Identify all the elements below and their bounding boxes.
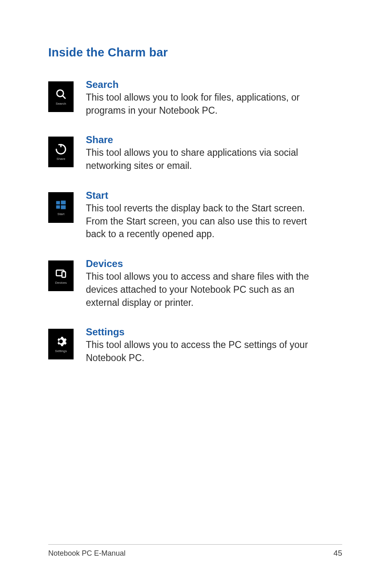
entry-desc: This tool allows you to look for files, …	[86, 91, 315, 117]
entry-desc: This tool allows you to access the PC se…	[86, 339, 315, 364]
entry-title: Search	[86, 79, 315, 90]
devices-icon: Devices	[48, 260, 74, 291]
share-icon: Share	[48, 137, 74, 167]
page-number: 45	[334, 549, 342, 558]
charm-entry-start: Start Start This tool reverts the displa…	[48, 190, 342, 241]
svg-rect-2	[56, 201, 60, 204]
svg-line-1	[63, 96, 65, 99]
entry-title: Share	[86, 134, 315, 146]
entry-desc: This tool allows you to access and share…	[86, 270, 315, 309]
icon-label: Search	[56, 102, 66, 105]
settings-icon: Settings	[48, 329, 74, 359]
footer-title: Notebook PC E-Manual	[48, 549, 126, 558]
svg-rect-5	[61, 205, 66, 209]
charm-entry-devices: Devices Devices This tool allows you to …	[48, 258, 342, 309]
svg-rect-3	[61, 200, 66, 204]
footer-rule	[48, 544, 342, 545]
search-icon: Search	[48, 81, 74, 112]
icon-label: Share	[56, 157, 65, 161]
entry-title: Start	[86, 190, 315, 201]
charm-entry-settings: Settings Settings This tool allows you t…	[48, 326, 342, 364]
charm-entry-search: Search Search This tool allows you to lo…	[48, 79, 342, 117]
entry-title: Devices	[86, 258, 315, 269]
entry-title: Settings	[86, 326, 315, 338]
svg-point-0	[57, 90, 63, 97]
charm-entry-share: Share Share This tool allows you to shar…	[48, 134, 342, 172]
start-icon: Start	[48, 192, 74, 223]
section-title: Inside the Charm bar	[48, 46, 342, 59]
entry-desc: This tool allows you to share applicatio…	[86, 146, 315, 172]
svg-rect-4	[56, 205, 60, 209]
page-footer: Notebook PC E-Manual 45	[48, 544, 342, 558]
document-page: Inside the Charm bar Search Search This …	[0, 0, 390, 588]
svg-point-8	[60, 341, 62, 343]
icon-label: Start	[58, 212, 65, 216]
icon-label: Settings	[55, 349, 67, 353]
entry-desc: This tool reverts the display back to th…	[86, 202, 315, 241]
icon-label: Devices	[55, 281, 67, 285]
svg-rect-7	[62, 272, 66, 277]
